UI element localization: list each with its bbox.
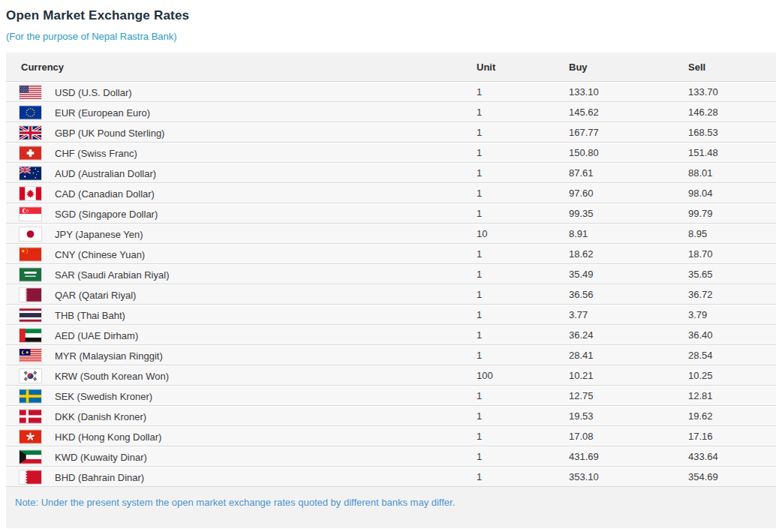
currency-label: SAR (Saudi Arabian Riyal) <box>55 269 169 280</box>
currency-cell: JPY (Japanese Yen) <box>6 224 477 244</box>
flag-cn-icon <box>20 248 41 261</box>
flag-sa-icon <box>20 268 41 281</box>
sell-cell: 98.04 <box>688 183 776 203</box>
table-row: USD (U.S. Dollar)1133.10133.70 <box>6 82 776 102</box>
flag-ae-icon <box>20 329 41 342</box>
table-row: KWD (Kuwaity Dinar)1431.69433.64 <box>6 446 776 467</box>
sell-cell: 146.28 <box>688 102 776 122</box>
sell-cell: 3.79 <box>688 305 776 325</box>
currency-label: HKD (Hong Kong Dollar) <box>55 431 161 442</box>
table-row: JPY (Japanese Yen)108.918.95 <box>6 224 776 244</box>
flag-qa-icon <box>20 288 41 302</box>
currency-cell: MYR (Malaysian Ringgit) <box>6 345 477 365</box>
sell-cell: 433.64 <box>688 446 776 467</box>
flag-uk-icon <box>20 126 41 140</box>
table-row: KRW (South Korean Won)10010.2110.25 <box>6 365 776 386</box>
sell-cell: 18.70 <box>688 244 776 264</box>
buy-cell: 431.69 <box>569 446 688 467</box>
buy-cell: 36.24 <box>569 325 688 345</box>
flag-ch-icon <box>20 146 41 160</box>
flag-dk-icon <box>20 410 41 423</box>
buy-cell: 35.49 <box>569 264 688 284</box>
unit-cell: 1 <box>477 386 569 406</box>
sell-cell: 19.62 <box>688 406 776 426</box>
sell-cell: 133.70 <box>688 82 776 102</box>
unit-cell: 1 <box>477 446 569 467</box>
flag-au-icon <box>20 167 41 180</box>
currency-label: KRW (South Korean Won) <box>55 370 169 381</box>
currency-cell: SGD (Singapore Dollar) <box>6 203 477 224</box>
unit-cell: 1 <box>477 426 569 446</box>
currency-label: QAR (Qatari Riyal) <box>55 289 136 300</box>
currency-cell: KRW (South Korean Won) <box>6 365 477 386</box>
buy-cell: 133.10 <box>569 82 688 102</box>
rates-panel: Currency Unit Buy Sell USD (U.S. Dollar)… <box>6 53 776 528</box>
currency-label: CNY (Chinese Yuan) <box>55 248 145 260</box>
unit-cell: 1 <box>477 467 569 487</box>
currency-cell: KWD (Kuwaity Dinar) <box>6 446 477 467</box>
unit-cell: 1 <box>477 203 569 224</box>
table-row: BHD (Bahrain Dinar)1353.10354.69 <box>6 467 776 487</box>
table-row: EUR (European Euro)1145.62146.28 <box>6 102 776 122</box>
table-row: CAD (Canadian Dollar)197.6098.04 <box>6 183 776 203</box>
table-row: HKD (Hong Kong Dollar)117.0817.16 <box>6 426 776 446</box>
currency-cell: EUR (European Euro) <box>6 102 477 122</box>
exchange-rates-table: Currency Unit Buy Sell USD (U.S. Dollar)… <box>6 53 776 487</box>
sell-cell: 354.69 <box>688 467 776 487</box>
table-row: MYR (Malaysian Ringgit)128.4128.54 <box>6 345 776 365</box>
flag-se-icon <box>20 389 41 403</box>
buy-cell: 36.56 <box>569 284 688 305</box>
flag-th-icon <box>20 308 41 322</box>
flag-eu-icon <box>20 106 41 119</box>
currency-label: THB (Thai Baht) <box>55 309 125 320</box>
unit-cell: 1 <box>477 82 569 102</box>
unit-cell: 1 <box>477 122 569 143</box>
unit-cell: 1 <box>477 264 569 284</box>
currency-label: AUD (Australian Dollar) <box>55 167 156 179</box>
table-row: SGD (Singapore Dollar)199.3599.79 <box>6 203 776 224</box>
currency-label: CAD (Canadian Dollar) <box>55 188 155 199</box>
buy-cell: 87.61 <box>569 163 688 183</box>
flag-jp-icon <box>20 227 41 241</box>
currency-cell: AUD (Australian Dollar) <box>6 163 477 183</box>
currency-label: DKK (Danish Kroner) <box>55 410 146 422</box>
flag-bh-icon <box>20 470 41 484</box>
currency-label: KWD (Kuwaity Dinar) <box>55 451 147 462</box>
currency-cell: GBP (UK Pound Sterling) <box>6 122 477 143</box>
buy-cell: 3.77 <box>569 305 688 325</box>
currency-cell: SEK (Swedish Kroner) <box>6 386 477 406</box>
flag-hk-icon <box>20 430 41 443</box>
unit-cell: 1 <box>477 183 569 203</box>
currency-cell: AED (UAE Dirham) <box>6 325 477 345</box>
table-row: SAR (Saudi Arabian Riyal)135.4935.65 <box>6 264 776 284</box>
unit-cell: 1 <box>477 305 569 325</box>
currency-label: USD (U.S. Dollar) <box>55 86 132 98</box>
flag-kr-icon <box>20 369 41 383</box>
sell-cell: 35.65 <box>688 264 776 284</box>
buy-cell: 8.91 <box>569 224 688 244</box>
sell-cell: 151.48 <box>688 143 776 163</box>
table-row: AUD (Australian Dollar)187.6188.01 <box>6 163 776 183</box>
currency-label: BHD (Bahrain Dinar) <box>55 471 144 482</box>
note-text: Note: Under the present system the open … <box>15 497 776 509</box>
buy-cell: 150.80 <box>569 143 688 163</box>
table-row: THB (Thai Baht)13.773.79 <box>6 305 776 325</box>
flag-kw-icon <box>20 450 41 464</box>
buy-cell: 167.77 <box>569 122 688 143</box>
page-subtitle: (For the purpose of Nepal Rastra Bank) <box>6 31 779 43</box>
currency-label: EUR (European Euro) <box>55 107 150 118</box>
table-header-row: Currency Unit Buy Sell <box>6 53 776 82</box>
column-header-sell: Sell <box>688 53 776 82</box>
column-header-unit: Unit <box>477 53 569 82</box>
table-row: CHF (Swiss Franc)1150.80151.48 <box>6 143 776 163</box>
sell-cell: 99.79 <box>688 203 776 224</box>
currency-cell: CAD (Canadian Dollar) <box>6 183 477 203</box>
buy-cell: 10.21 <box>569 365 688 386</box>
currency-label: AED (UAE Dirham) <box>55 329 138 341</box>
buy-cell: 12.75 <box>569 386 688 406</box>
unit-cell: 1 <box>477 143 569 163</box>
unit-cell: 100 <box>477 365 569 386</box>
page: Open Market Exchange Rates (For the purp… <box>0 0 779 528</box>
currency-cell: SAR (Saudi Arabian Riyal) <box>6 264 477 284</box>
currency-label: CHF (Swiss Franc) <box>55 147 137 158</box>
